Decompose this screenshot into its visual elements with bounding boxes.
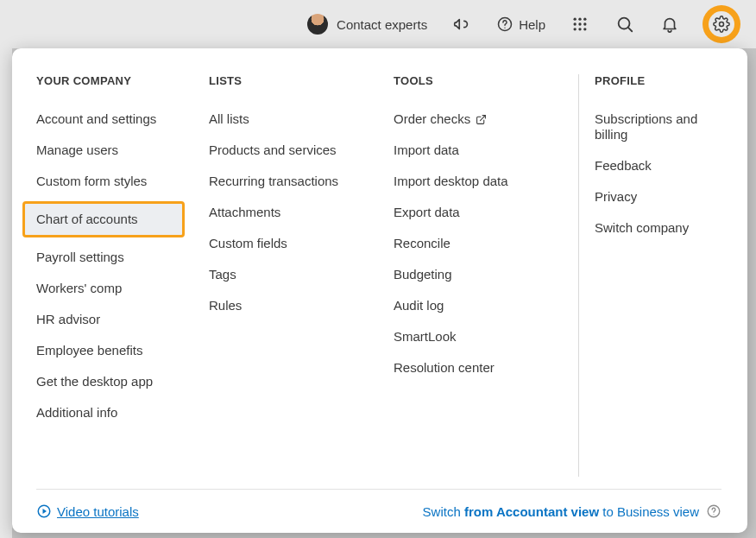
svg-point-2 (574, 18, 576, 21)
menu-additional-info[interactable]: Additional info (36, 405, 209, 421)
svg-point-9 (578, 28, 581, 30)
column-your-company: YOUR COMPANY Account and settings Manage… (36, 74, 209, 477)
menu-switch-company[interactable]: Switch company (595, 220, 721, 236)
menu-resolution-center[interactable]: Resolution center (394, 360, 571, 376)
column-header-profile: PROFILE (595, 74, 721, 87)
menu-custom-form-styles[interactable]: Custom form styles (36, 174, 209, 189)
menu-reconcile[interactable]: Reconcile (394, 236, 571, 251)
column-header-tools: TOOLS (394, 74, 571, 87)
menu-employee-benefits[interactable]: Employee benefits (36, 343, 209, 358)
expert-avatar-icon (307, 14, 328, 35)
settings-panel: YOUR COMPANY Account and settings Manage… (12, 48, 747, 533)
menu-rules[interactable]: Rules (209, 298, 394, 313)
switch-view-link[interactable]: Switch from Accountant view to Business … (423, 503, 721, 519)
help-button[interactable]: Help (496, 16, 545, 33)
svg-point-8 (574, 28, 576, 30)
menu-recurring-transactions[interactable]: Recurring transactions (209, 174, 394, 189)
menu-products-services[interactable]: Products and services (209, 142, 394, 158)
menu-import-desktop-data[interactable]: Import desktop data (394, 174, 571, 189)
video-tutorials-link[interactable]: Video tutorials (36, 503, 139, 519)
svg-line-14 (481, 115, 486, 120)
play-circle-icon (36, 503, 52, 519)
menu-privacy[interactable]: Privacy (595, 189, 721, 205)
svg-point-10 (583, 28, 586, 30)
menu-feedback[interactable]: Feedback (595, 158, 721, 174)
menu-chart-of-accounts[interactable]: Chart of accounts (22, 201, 185, 237)
menu-budgeting[interactable]: Budgeting (394, 267, 571, 282)
menu-subscriptions-billing[interactable]: Subscriptions and billing (595, 111, 721, 142)
svg-point-5 (574, 22, 576, 25)
external-link-icon (476, 114, 487, 125)
obscured-left-strip (0, 48, 12, 538)
menu-workers-comp[interactable]: Workers' comp (36, 281, 209, 296)
top-nav-bar: Contact experts Help (0, 0, 756, 48)
svg-point-18 (713, 514, 714, 515)
svg-point-7 (583, 22, 586, 25)
help-label: Help (519, 17, 545, 32)
column-divider (578, 74, 579, 477)
settings-gear-button[interactable] (704, 7, 739, 41)
help-circle-icon (706, 503, 721, 519)
svg-point-3 (578, 18, 581, 21)
panel-footer: Video tutorials Switch from Accountant v… (36, 489, 721, 519)
notifications-bell-icon[interactable] (659, 14, 680, 35)
search-icon[interactable] (614, 14, 635, 35)
menu-order-checks-label: Order checks (394, 111, 470, 127)
switch-view-text: Switch from Accountant view to Business … (423, 504, 699, 519)
video-tutorials-label: Video tutorials (57, 504, 139, 519)
menu-get-desktop-app[interactable]: Get the desktop app (36, 374, 209, 389)
menu-hr-advisor[interactable]: HR advisor (36, 312, 209, 327)
column-header-your-company: YOUR COMPANY (36, 74, 209, 87)
svg-point-6 (578, 22, 581, 25)
menu-audit-log[interactable]: Audit log (394, 298, 571, 313)
menu-tags[interactable]: Tags (209, 267, 394, 282)
menu-custom-fields[interactable]: Custom fields (209, 236, 394, 251)
column-tools: TOOLS Order checks Import data Import de… (394, 74, 571, 477)
menu-export-data[interactable]: Export data (394, 205, 571, 220)
column-header-lists: LISTS (209, 74, 394, 87)
contact-experts-button[interactable]: Contact experts (307, 14, 427, 35)
column-profile: PROFILE Subscriptions and billing Feedba… (595, 74, 721, 477)
menu-all-lists[interactable]: All lists (209, 111, 394, 127)
menu-order-checks[interactable]: Order checks (394, 111, 571, 127)
menu-manage-users[interactable]: Manage users (36, 142, 209, 158)
column-lists: LISTS All lists Products and services Re… (209, 74, 394, 477)
menu-attachments[interactable]: Attachments (209, 205, 394, 220)
menu-import-data[interactable]: Import data (394, 142, 571, 158)
menu-smartlook[interactable]: SmartLook (394, 329, 571, 345)
svg-point-1 (504, 28, 505, 28)
megaphone-icon[interactable] (451, 14, 472, 35)
svg-marker-16 (43, 509, 47, 514)
svg-point-4 (583, 18, 586, 21)
svg-point-13 (720, 22, 724, 27)
gear-icon (713, 16, 730, 33)
apps-grid-icon[interactable] (570, 14, 590, 35)
menu-payroll-settings[interactable]: Payroll settings (36, 250, 209, 265)
contact-experts-label: Contact experts (337, 17, 427, 32)
svg-line-12 (628, 28, 632, 31)
menu-account-and-settings[interactable]: Account and settings (36, 111, 209, 127)
